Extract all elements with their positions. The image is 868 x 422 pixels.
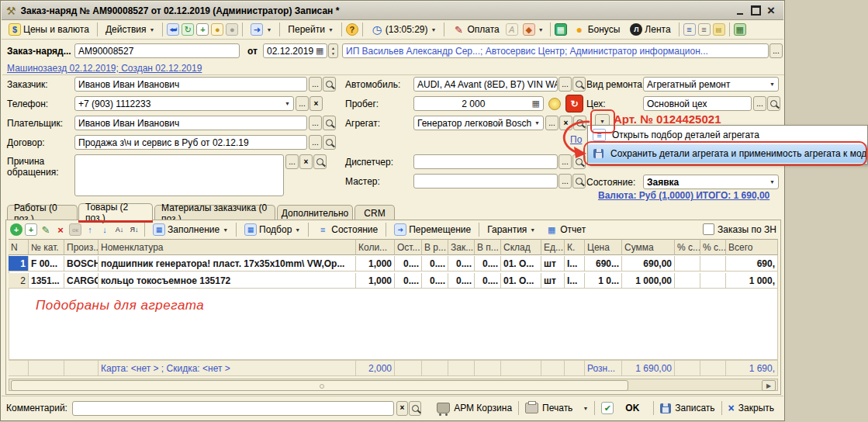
minimize-button[interactable] (732, 5, 748, 17)
cell-warehouse[interactable]: 01. О... (501, 256, 541, 272)
table-row[interactable]: 1 F 00... BOSCH подшипник генератора! пл… (9, 256, 778, 272)
bonuses-button[interactable]: ●Бонусы (569, 21, 624, 39)
cell-qty[interactable]: 1,000 (356, 256, 395, 272)
cell-inwork[interactable]: 0.... (422, 273, 448, 289)
payment-button[interactable]: ✎Оплата (448, 21, 503, 39)
close-form-button[interactable]: ×Закрыть (724, 400, 779, 417)
chevron-down-icon[interactable]: ▼ (532, 120, 540, 126)
reason-magnifier-button[interactable] (313, 154, 327, 169)
tab-crm[interactable]: CRM (354, 205, 395, 220)
sort-desc-icon[interactable]: Я↓ (128, 223, 140, 236)
cell-manufacturer[interactable]: BOSCH (64, 256, 99, 272)
menu-item-save-details[interactable]: Сохранить детали агрегата и применимость… (588, 144, 867, 163)
column-header[interactable]: Ост... (395, 239, 422, 255)
report-button[interactable]: ▦Отчет (541, 222, 590, 237)
cell-qty[interactable]: 1,000 (356, 273, 395, 289)
reason-textarea[interactable] (74, 154, 284, 196)
refresh-icon[interactable]: ↻ (182, 23, 194, 36)
tab-works[interactable]: Работы (0 поз.) (7, 205, 78, 220)
cell-warehouse[interactable]: 01. О... (501, 273, 541, 289)
dispatcher-input[interactable] (413, 154, 558, 169)
column-header[interactable]: % с... (700, 239, 726, 255)
tab-goods[interactable]: Товары (2 поз.) (78, 203, 153, 220)
cell-total[interactable]: 690, (726, 256, 778, 272)
money-document-icon[interactable]: ● (211, 23, 223, 36)
cell-inway[interactable]: 0.... (475, 256, 501, 272)
move-down-icon[interactable]: ↓ (99, 223, 111, 236)
cell-sum[interactable]: 1 000,00 (622, 273, 675, 289)
column-header[interactable]: Ед... (541, 239, 565, 255)
column-header[interactable]: Сумма (622, 239, 675, 255)
column-header[interactable]: Всего (726, 239, 778, 255)
master-ellipsis-button[interactable]: ... (558, 174, 572, 189)
cell-ordered[interactable]: 0.... (448, 273, 475, 289)
car-ellipsis-button[interactable]: ... (558, 77, 572, 92)
arm-cart-button[interactable]: АРМ Корзина (432, 400, 517, 417)
visit-created-link[interactable]: Машинозаезд 02.12.2019; Создан 02.12.201… (7, 63, 202, 74)
customer-ellipsis-button[interactable]: ... (309, 77, 322, 92)
save-button[interactable]: Записать (655, 400, 719, 417)
horizontal-scrollbar[interactable]: ▶ (9, 379, 778, 391)
calendar-icon[interactable]: ▦ (313, 46, 323, 56)
cell-nomenclature[interactable]: кольцо токосъемное 135172 (99, 273, 356, 289)
actions-button[interactable]: Действия▼ (102, 21, 159, 39)
edit-row-icon[interactable]: ✎ (40, 223, 52, 236)
delete-row-icon[interactable]: × (54, 223, 67, 236)
sort-asc-icon[interactable]: А↓ (113, 223, 126, 236)
column-header[interactable]: N (9, 239, 29, 255)
scroll-right-arrow[interactable]: ▶ (762, 380, 776, 391)
fill-button[interactable]: ▦Заполнение▼ (149, 222, 232, 237)
tab-customer-materials[interactable]: Материалы заказчика (0 поз.) (154, 205, 275, 220)
column-header[interactable]: Склад (501, 239, 541, 255)
row-number-cell[interactable]: 2 (9, 273, 29, 289)
organization-ellipsis-button[interactable]: ... (769, 43, 783, 58)
cell-disc1[interactable] (675, 256, 700, 272)
contract-magnifier-button[interactable] (323, 135, 336, 150)
cell-catalog[interactable]: F 00... (29, 256, 64, 272)
comment-magnifier-button[interactable] (409, 401, 421, 416)
carclub-button[interactable]: ↻ (565, 95, 583, 112)
paint-button[interactable]: ◆▼ (520, 21, 546, 39)
cell-disc2[interactable] (700, 273, 726, 289)
shop-input[interactable]: Основной цех (643, 96, 752, 111)
unit-combo[interactable]: Генератор легковой Bosch▼ (413, 116, 544, 130)
calculator-icon[interactable]: ▦ (530, 99, 540, 109)
cell-sum[interactable]: 690,00 (622, 256, 675, 272)
order-number-input[interactable]: АМ90008527 (74, 43, 240, 58)
cell-rest[interactable]: 0.... (395, 256, 422, 272)
cell-k[interactable]: I... (565, 256, 585, 272)
shop-ellipsis-button[interactable]: ... (753, 96, 766, 111)
menu-item-open-selection[interactable]: ≡ Открыть подбор деталей агрегата (588, 126, 867, 144)
repost-icon[interactable]: ⮨ (167, 23, 179, 36)
copy-row-icon[interactable]: + (25, 223, 37, 236)
cell-k[interactable]: I... (565, 273, 585, 289)
mileage-input[interactable]: 2 000▦ (413, 96, 544, 111)
column-header[interactable]: Произ... (64, 239, 99, 255)
organization-input[interactable]: ИП Васильев Александр Сер...; Автосервис… (342, 43, 769, 58)
scrollbar-thumb[interactable] (11, 380, 628, 391)
cell-unit[interactable]: шт (541, 273, 565, 289)
column-header[interactable]: Номенклатура (99, 239, 356, 255)
contract-input[interactable]: Продажа з\ч и сервис в Руб от 02.12.19 (74, 135, 307, 150)
cell-disc1[interactable] (675, 273, 700, 289)
comment-input[interactable] (72, 401, 394, 416)
comment-clear-button[interactable]: × (396, 401, 409, 416)
goto-button[interactable]: Перейти▼ (284, 21, 337, 39)
customer-input[interactable]: Иванов Иван Иванович (74, 77, 307, 92)
column-header[interactable]: Цена (585, 239, 622, 255)
picture-icon[interactable]: ▦ (734, 23, 746, 36)
chevron-down-icon[interactable]: ▼ (282, 101, 290, 106)
warranty-button[interactable]: Гарантия▼ (483, 222, 539, 237)
phone-input[interactable]: +7 (903) 1112233▼ (74, 96, 294, 111)
note-icon[interactable]: ▤ (713, 23, 725, 36)
reason-clear-button[interactable]: × (299, 154, 313, 169)
contract-ellipsis-button[interactable]: ... (309, 135, 322, 150)
tab-additional[interactable]: Дополнительно (277, 205, 353, 220)
car-input[interactable]: AUDI, A4 Avant (8ED, B7) VIN WAUZ (413, 77, 558, 92)
time-button[interactable]: ◷(13:05:29)▼ (367, 21, 441, 39)
column-header[interactable]: Коли... (356, 239, 395, 255)
cell-unit[interactable]: шт (541, 256, 565, 272)
reason-ellipsis-button[interactable]: ... (285, 154, 299, 169)
cell-disc2[interactable] (700, 256, 726, 272)
prices-currency-button[interactable]: $Цены и валюта (5, 21, 93, 39)
